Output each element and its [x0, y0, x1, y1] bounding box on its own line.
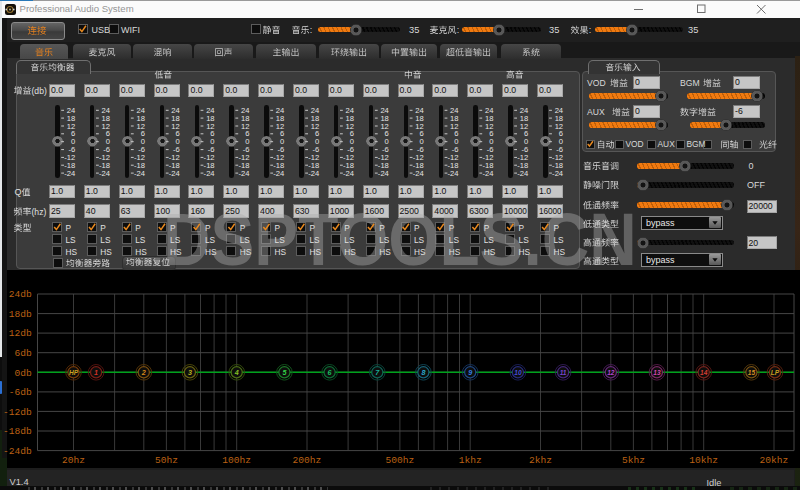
- svg-text:Idle: Idle: [707, 478, 722, 488]
- svg-text:0: 0: [635, 106, 640, 116]
- svg-text:V1.4: V1.4: [10, 477, 29, 487]
- svg-text:-24: -24: [99, 169, 110, 178]
- svg-text:LS: LS: [553, 235, 564, 245]
- svg-text:-24: -24: [64, 169, 75, 178]
- svg-text:0.0: 0.0: [260, 85, 272, 95]
- svg-text:VOD: VOD: [626, 139, 644, 149]
- svg-text::: :: [589, 25, 592, 35]
- svg-text:1.0: 1.0: [121, 186, 133, 196]
- svg-text:-24: -24: [273, 169, 284, 178]
- svg-text:1.0: 1.0: [365, 186, 377, 196]
- svg-text:(db): (db): [32, 86, 47, 96]
- svg-text:HS: HS: [66, 247, 78, 257]
- svg-text:P: P: [240, 223, 246, 233]
- svg-text:P: P: [309, 223, 315, 233]
- svg-text:100: 100: [156, 206, 171, 216]
- svg-text:LS: LS: [449, 235, 460, 245]
- svg-text:160: 160: [190, 206, 205, 216]
- svg-text:0.0: 0.0: [504, 85, 516, 95]
- svg-text:630: 630: [295, 206, 310, 216]
- svg-text:LS: LS: [309, 235, 320, 245]
- svg-text:(hz): (hz): [32, 207, 47, 217]
- svg-text:P: P: [170, 223, 176, 233]
- svg-text:-24: -24: [308, 169, 319, 178]
- svg-text:LS: LS: [170, 235, 181, 245]
- svg-text:0.0: 0.0: [434, 85, 446, 95]
- svg-text:LS: LS: [135, 235, 146, 245]
- svg-text:HS: HS: [344, 247, 356, 257]
- svg-text:0: 0: [735, 77, 740, 87]
- svg-text:WIFI: WIFI: [121, 25, 140, 35]
- svg-text:P: P: [344, 223, 350, 233]
- svg-text:-24: -24: [552, 169, 563, 178]
- svg-text:LS: LS: [240, 235, 251, 245]
- svg-text:0.0: 0.0: [330, 85, 342, 95]
- svg-text:HS: HS: [100, 247, 112, 257]
- svg-text:2500: 2500: [400, 206, 419, 216]
- svg-text:LS: LS: [484, 235, 495, 245]
- svg-text:Q: Q: [15, 187, 22, 197]
- svg-text:VOD: VOD: [587, 78, 606, 88]
- svg-text:1.0: 1.0: [51, 186, 63, 196]
- svg-text:0.0: 0.0: [121, 85, 133, 95]
- svg-text:AUX: AUX: [658, 139, 676, 149]
- svg-text:AUX: AUX: [587, 107, 605, 117]
- svg-text:20000: 20000: [749, 201, 773, 211]
- svg-text:1.0: 1.0: [295, 186, 307, 196]
- svg-text::: :: [457, 25, 460, 35]
- svg-text:40: 40: [86, 206, 96, 216]
- svg-text:0.0: 0.0: [295, 85, 307, 95]
- svg-text:35: 35: [549, 25, 559, 35]
- svg-text:P: P: [519, 223, 525, 233]
- svg-text:0.0: 0.0: [51, 85, 63, 95]
- svg-text:-6: -6: [735, 106, 743, 116]
- svg-text:-24: -24: [204, 169, 215, 178]
- svg-text:0: 0: [635, 77, 640, 87]
- svg-text:P: P: [379, 223, 385, 233]
- svg-text::: :: [310, 25, 313, 35]
- svg-text:P: P: [100, 223, 106, 233]
- svg-text:1.0: 1.0: [434, 186, 446, 196]
- svg-text:OFF: OFF: [747, 180, 765, 190]
- svg-text:LS: LS: [205, 235, 216, 245]
- svg-text:P: P: [414, 223, 420, 233]
- svg-text:20: 20: [749, 238, 759, 248]
- svg-text:0.0: 0.0: [400, 85, 412, 95]
- svg-text:HS: HS: [484, 247, 496, 257]
- svg-text:HS: HS: [553, 247, 565, 257]
- svg-text:1.0: 1.0: [190, 186, 202, 196]
- svg-text:BGM: BGM: [680, 78, 700, 88]
- svg-text:-24: -24: [169, 169, 180, 178]
- svg-text:-24: -24: [517, 169, 528, 178]
- svg-text:P: P: [275, 223, 281, 233]
- svg-text:HS: HS: [205, 247, 217, 257]
- svg-text:4000: 4000: [434, 206, 453, 216]
- svg-text:HS: HS: [135, 247, 147, 257]
- svg-text:P: P: [135, 223, 141, 233]
- svg-text:1.0: 1.0: [86, 186, 98, 196]
- svg-text:1600: 1600: [365, 206, 384, 216]
- svg-text:35: 35: [688, 25, 698, 35]
- svg-text:25: 25: [51, 206, 61, 216]
- svg-text:LS: LS: [344, 235, 355, 245]
- svg-text:1.0: 1.0: [504, 186, 516, 196]
- svg-text:LS: LS: [275, 235, 286, 245]
- svg-text:6300: 6300: [469, 206, 488, 216]
- svg-text:1.0: 1.0: [156, 186, 168, 196]
- svg-text:HS: HS: [240, 247, 252, 257]
- svg-text:-24: -24: [413, 169, 424, 178]
- svg-text:0.0: 0.0: [539, 85, 551, 95]
- svg-text:LS: LS: [379, 235, 390, 245]
- svg-text:-24: -24: [238, 169, 249, 178]
- svg-text:0: 0: [749, 161, 754, 171]
- svg-text:0.0: 0.0: [156, 85, 168, 95]
- svg-text:P: P: [484, 223, 490, 233]
- svg-text:63: 63: [121, 206, 131, 216]
- svg-text:1.0: 1.0: [330, 186, 342, 196]
- svg-text:USB: USB: [92, 25, 111, 35]
- svg-text:HS: HS: [379, 247, 391, 257]
- svg-text:HS: HS: [275, 247, 287, 257]
- svg-text:0.0: 0.0: [190, 85, 202, 95]
- svg-text:1.0: 1.0: [260, 186, 272, 196]
- svg-text:10000: 10000: [504, 207, 527, 216]
